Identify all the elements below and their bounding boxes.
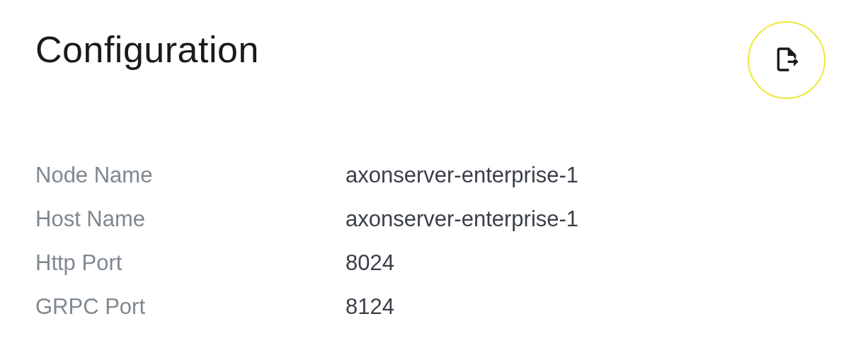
config-value-http-port: 8024 bbox=[346, 250, 394, 276]
export-icon bbox=[772, 45, 801, 76]
page-title: Configuration bbox=[35, 28, 259, 71]
config-row: GRPC Port 8124 bbox=[35, 294, 833, 320]
config-row: Node Name axonserver-enterprise-1 bbox=[35, 163, 833, 188]
config-table: Node Name axonserver-enterprise-1 Host N… bbox=[35, 163, 833, 320]
export-button[interactable] bbox=[748, 21, 826, 99]
page-header: Configuration bbox=[35, 28, 833, 99]
config-row: Http Port 8024 bbox=[35, 250, 833, 276]
config-row: Host Name axonserver-enterprise-1 bbox=[35, 206, 833, 232]
config-label-node-name: Node Name bbox=[35, 163, 346, 188]
config-value-host-name: axonserver-enterprise-1 bbox=[346, 206, 578, 232]
config-label-host-name: Host Name bbox=[35, 206, 346, 232]
config-value-node-name: axonserver-enterprise-1 bbox=[346, 163, 578, 188]
config-label-http-port: Http Port bbox=[35, 250, 346, 276]
config-label-grpc-port: GRPC Port bbox=[35, 294, 346, 320]
config-value-grpc-port: 8124 bbox=[346, 294, 394, 320]
